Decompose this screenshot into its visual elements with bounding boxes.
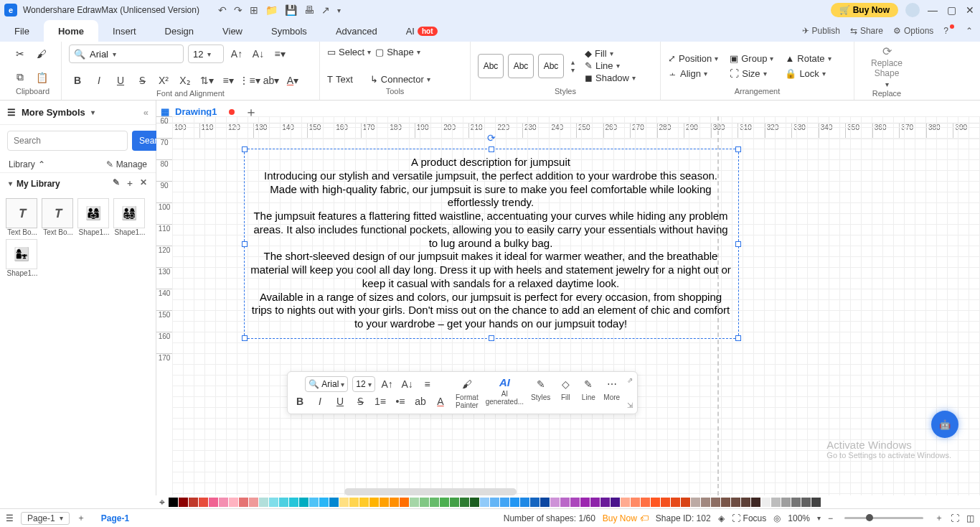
mini-strike-icon[interactable]: S̶ (352, 393, 368, 409)
color-swatch[interactable] (570, 498, 580, 507)
color-swatch[interactable] (530, 498, 540, 507)
shape-tool[interactable]: ▢ Shape▾ (375, 47, 420, 57)
zoom-out-button[interactable]: − (828, 513, 833, 523)
fit-icon[interactable]: ◎ (773, 513, 781, 523)
color-swatch[interactable] (209, 498, 218, 507)
color-swatch[interactable] (771, 498, 781, 507)
lock-menu[interactable]: 🔒 Lock▾ (785, 68, 831, 79)
style-preset-2[interactable]: Abc (508, 54, 534, 78)
color-swatch[interactable] (219, 498, 228, 507)
color-swatch[interactable] (460, 498, 469, 507)
color-swatch[interactable] (671, 498, 680, 507)
color-swatch[interactable] (410, 498, 419, 507)
color-swatch[interactable] (621, 498, 630, 507)
resize-handle-ne[interactable] (735, 146, 741, 152)
lib-thumb-shape-2[interactable]: 👨‍👩‍👧‍👦Shape1... (113, 198, 146, 236)
zoom-in-button[interactable]: ＋ (935, 512, 943, 524)
color-swatch[interactable] (701, 498, 710, 507)
menu-ai[interactable]: AIhot (392, 20, 452, 42)
color-swatch[interactable] (781, 498, 791, 507)
color-swatch[interactable] (721, 498, 730, 507)
export-icon[interactable]: ↗ (321, 4, 330, 16)
color-swatch[interactable] (480, 498, 489, 507)
color-swatch[interactable] (590, 498, 600, 507)
mini-bold-icon[interactable]: B (292, 393, 308, 409)
sidebar-collapse-icon[interactable]: « (143, 107, 149, 118)
decrease-font-icon[interactable]: A↓ (250, 45, 267, 62)
shadow-menu[interactable]: ◼ Shadow▾ (585, 73, 636, 83)
resize-handle-e[interactable] (735, 241, 741, 247)
menu-home[interactable]: Home (44, 20, 98, 42)
mini-align-icon[interactable]: ≡ (420, 376, 435, 392)
color-swatch[interactable] (229, 498, 238, 507)
color-swatch[interactable] (179, 498, 188, 507)
eyedropper-icon[interactable]: ⌖ (159, 496, 165, 508)
publish-button[interactable]: ✈ Publish (802, 26, 840, 36)
line-menu[interactable]: ✎ Line▾ (585, 60, 636, 71)
color-swatch[interactable] (651, 498, 660, 507)
lib-thumb-textbox-1[interactable]: 𝙏Text Bo... (6, 198, 39, 236)
horizontal-scrollbar[interactable] (344, 488, 517, 495)
buy-now-button[interactable]: 🛒 Buy Now (831, 3, 898, 17)
increase-font-icon[interactable]: A↑ (228, 45, 245, 62)
color-swatch[interactable] (269, 498, 278, 507)
replace-shape-button[interactable]: ⟳ Replace Shape ▾ (871, 45, 903, 89)
color-swatch[interactable] (550, 498, 560, 507)
page-selector[interactable]: Page-1 ▾ (21, 512, 70, 525)
text-content[interactable]: A product description for jumpsuit Intro… (250, 156, 732, 331)
color-swatch[interactable] (189, 498, 198, 507)
menu-design[interactable]: Design (151, 20, 208, 42)
align-menu[interactable]: ⫠ Align▾ (668, 68, 718, 79)
mini-format-painter[interactable]: 🖌Format Painter (456, 376, 479, 409)
close-button[interactable]: ✕ (964, 4, 976, 16)
color-swatch[interactable] (329, 498, 339, 507)
color-swatch[interactable] (420, 498, 429, 507)
color-swatch[interactable] (400, 498, 409, 507)
lib-thumb-shape-3[interactable]: 👩‍👧Shape1... (6, 239, 39, 277)
mylib-expand-icon[interactable]: ▾ (9, 179, 12, 187)
color-swatch[interactable] (751, 498, 760, 507)
rotate-menu[interactable]: ▲ Rotate▾ (785, 53, 831, 64)
style-scroll-up-icon[interactable]: ▴ (571, 58, 575, 66)
select-tool[interactable]: ▭ Select▾ (327, 47, 371, 57)
zoom-slider[interactable] (844, 517, 923, 519)
help-button[interactable]: ? (943, 26, 956, 36)
color-swatch[interactable] (611, 498, 620, 507)
color-swatch[interactable] (490, 498, 499, 507)
resize-handle-s[interactable] (489, 335, 494, 341)
color-swatch[interactable] (500, 498, 509, 507)
lib-thumb-shape-1[interactable]: 👨‍👩‍👧Shape1... (77, 198, 110, 236)
highlight-icon[interactable]: ab▾ (263, 72, 280, 89)
mini-styles[interactable]: ✎Styles (531, 376, 550, 409)
mini-underline-icon[interactable]: U (332, 393, 348, 409)
qat-more-icon[interactable]: ▾ (337, 6, 341, 14)
font-family-select[interactable]: 🔍 Arial▾ (69, 45, 184, 63)
more-symbols-label[interactable]: More Symbols (22, 107, 85, 118)
mylib-close-icon[interactable]: ✕ (140, 177, 147, 190)
page-tab[interactable]: Page-1 (101, 513, 129, 523)
subscript-icon[interactable]: X₂ (176, 72, 194, 89)
color-swatch[interactable] (249, 498, 258, 507)
focus-button[interactable]: ⛶ Focus (732, 513, 767, 523)
style-preset-3[interactable]: Abc (538, 54, 564, 78)
status-buy-now[interactable]: Buy Now 🏷 (603, 513, 649, 523)
color-swatch[interactable] (369, 498, 379, 507)
color-swatch[interactable] (641, 498, 650, 507)
zoom-knob[interactable] (866, 514, 873, 521)
font-size-select[interactable]: 12▾ (188, 45, 224, 63)
mini-fill[interactable]: ◇Fill (557, 376, 573, 409)
style-preset-1[interactable]: Abc (478, 54, 504, 78)
menu-advanced[interactable]: Advanced (321, 20, 392, 42)
new-icon[interactable]: ⊞ (250, 4, 258, 16)
add-page-button[interactable]: ＋ (77, 512, 85, 524)
document-tab[interactable]: ▦ Drawing1 (161, 106, 235, 117)
format-painter-icon[interactable]: 🖌 (33, 45, 50, 62)
color-swatch[interactable] (631, 498, 640, 507)
paste-icon[interactable]: 📋 (33, 69, 50, 86)
align-menu-icon[interactable]: ≡▾ (271, 45, 288, 62)
symbol-search-input[interactable] (7, 131, 128, 151)
cut-icon[interactable]: ✂ (11, 45, 29, 62)
redo-icon[interactable]: ↷ (234, 4, 242, 16)
color-swatch[interactable] (199, 498, 208, 507)
ai-assistant-bubble[interactable]: 🤖 (931, 411, 958, 438)
